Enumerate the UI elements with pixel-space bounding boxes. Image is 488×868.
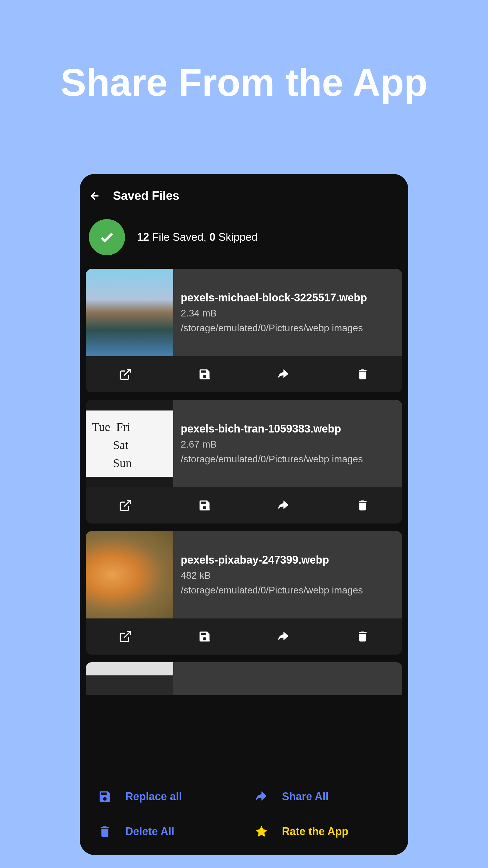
status-summary: 12 File Saved, 0 Skipped — [80, 212, 408, 263]
file-size: 482 kB — [181, 570, 395, 581]
share-button[interactable] — [244, 487, 323, 524]
marketing-title: Share From the App — [61, 60, 428, 104]
delete-button[interactable] — [323, 618, 402, 655]
file-thumbnail — [86, 662, 173, 695]
file-size: 2.67 mB — [181, 439, 395, 450]
share-all-button[interactable]: Share All — [249, 785, 396, 808]
share-button[interactable] — [244, 356, 323, 393]
status-text: 12 File Saved, 0 Skipped — [137, 231, 258, 244]
file-info: pexels-bich-tran-1059383.webp 2.67 mB /s… — [173, 400, 402, 487]
file-path: /storage/emulated/0/Pictures/webp images — [181, 454, 395, 465]
file-name: pexels-pixabay-247399.webp — [181, 554, 395, 566]
file-content[interactable]: pexels-bich-tran-1059383.webp 2.67 mB /s… — [86, 400, 402, 487]
skipped-label: Skipped — [218, 231, 258, 243]
save-edit-button[interactable] — [165, 618, 244, 655]
replace-all-button[interactable]: Replace all — [92, 785, 239, 808]
file-thumbnail — [86, 531, 173, 618]
skipped-count: 0 — [209, 231, 216, 243]
file-list: pexels-michael-block-3225517.webp 2.34 m… — [80, 263, 408, 776]
delete-all-label: Delete All — [125, 825, 174, 838]
file-size: 2.34 mB — [181, 308, 395, 319]
phone-frame: Saved Files 12 File Saved, 0 Skipped pex… — [80, 174, 408, 855]
file-info: pexels-michael-block-3225517.webp 2.34 m… — [173, 269, 402, 356]
file-thumbnail — [86, 269, 173, 356]
rate-app-label: Rate the App — [282, 825, 349, 838]
open-external-button[interactable] — [86, 356, 165, 393]
file-card: pexels-pixabay-247399.webp 482 kB /stora… — [86, 531, 402, 655]
delete-all-button[interactable]: Delete All — [92, 820, 239, 843]
saved-count: 12 — [137, 231, 149, 243]
file-path: /storage/emulated/0/Pictures/webp images — [181, 585, 395, 596]
saved-label: File Saved, — [152, 231, 206, 243]
file-content[interactable]: pexels-michael-block-3225517.webp 2.34 m… — [86, 269, 402, 356]
file-path: /storage/emulated/0/Pictures/webp images — [181, 322, 395, 334]
file-content[interactable]: pexels-pixabay-247399.webp 482 kB /stora… — [86, 531, 402, 618]
file-name: pexels-michael-block-3225517.webp — [181, 291, 395, 304]
app-header: Saved Files — [80, 174, 408, 212]
share-all-label: Share All — [282, 790, 329, 803]
bottom-action-bar: Replace all Share All Delete All Rate th… — [80, 776, 408, 855]
save-edit-button[interactable] — [165, 487, 244, 524]
file-name: pexels-bich-tran-1059383.webp — [181, 423, 395, 435]
file-actions-row — [86, 487, 402, 524]
file-card: pexels-michael-block-3225517.webp 2.34 m… — [86, 269, 402, 393]
file-info: pexels-pixabay-247399.webp 482 kB /stora… — [173, 531, 402, 618]
share-button[interactable] — [244, 618, 323, 655]
rate-app-button[interactable]: Rate the App — [249, 820, 396, 843]
delete-button[interactable] — [323, 356, 402, 393]
open-external-button[interactable] — [86, 618, 165, 655]
back-arrow-icon[interactable] — [89, 190, 101, 202]
success-check-icon — [89, 219, 125, 255]
file-actions-row — [86, 618, 402, 655]
open-external-button[interactable] — [86, 487, 165, 524]
replace-all-label: Replace all — [125, 790, 182, 803]
file-actions-row — [86, 356, 402, 393]
file-card: pexels-bich-tran-1059383.webp 2.67 mB /s… — [86, 400, 402, 524]
delete-button[interactable] — [323, 487, 402, 524]
file-thumbnail — [86, 400, 173, 487]
file-card-partial[interactable] — [86, 662, 402, 695]
page-title: Saved Files — [113, 189, 179, 203]
save-edit-button[interactable] — [165, 356, 244, 393]
